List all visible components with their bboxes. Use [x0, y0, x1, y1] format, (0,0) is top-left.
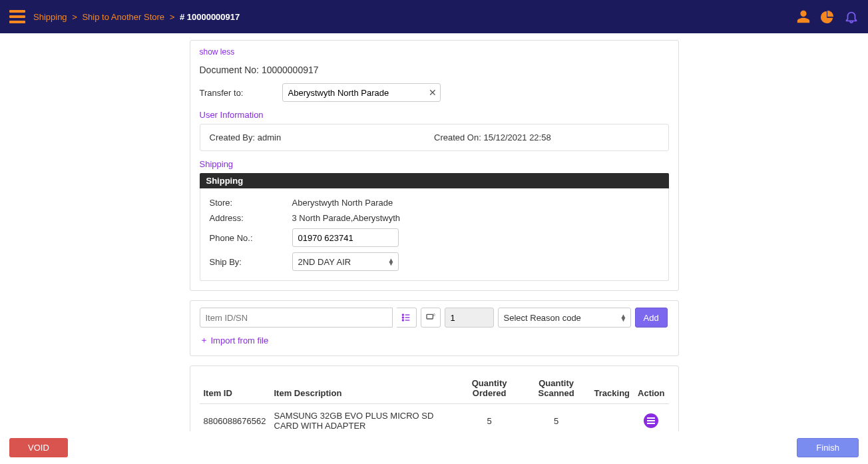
browse-items-button[interactable]	[397, 308, 417, 328]
svg-point-4	[402, 320, 403, 321]
user-info-panel: Created By: admin Created On: 15/12/2021…	[200, 124, 669, 151]
list-icon	[401, 312, 411, 323]
void-button[interactable]: VOID	[9, 438, 68, 457]
chart-pie-icon[interactable]	[820, 9, 835, 24]
transfer-to-label: Transfer to:	[200, 88, 282, 98]
column-tracking: Tracking	[590, 373, 634, 404]
menu-icon[interactable]	[9, 10, 25, 23]
column-qty-scanned: Quantity Scanned	[523, 373, 590, 404]
toggle-show-less[interactable]: show less	[200, 47, 669, 57]
document-number: Document No: 10000000917	[200, 65, 669, 75]
shipping-panel: Store: Aberystwyth North Parade Address:…	[200, 188, 669, 281]
breadcrumb: Shipping > Ship to Another Store > # 100…	[33, 12, 240, 22]
user-info-title[interactable]: User Information	[200, 110, 669, 120]
ship-by-label: Ship By:	[210, 257, 292, 267]
transfer-card: show less Document No: 10000000917 Trans…	[190, 40, 679, 291]
chevron-updown-icon: ▲▼	[388, 258, 395, 265]
svg-rect-6	[427, 314, 433, 319]
plus-icon: ＋	[200, 334, 208, 346]
add-item-card: 0 Select Reason code ▲▼ Add ＋ Import fro…	[190, 300, 679, 356]
quantity-input[interactable]	[445, 308, 494, 328]
app-header: Shipping > Ship to Another Store > # 100…	[0, 0, 868, 33]
barcode-icon[interactable]: 0	[421, 308, 441, 328]
address-label: Address:	[210, 213, 292, 223]
clear-transfer-icon[interactable]: ✕	[429, 87, 437, 98]
add-button[interactable]: Add	[635, 308, 668, 328]
breadcrumb-ship-to-store[interactable]: Ship to Another Store	[82, 12, 164, 22]
phone-input[interactable]	[292, 228, 399, 247]
import-from-file-link[interactable]: ＋ Import from file	[200, 334, 269, 346]
user-icon[interactable]	[796, 9, 811, 24]
created-by-label: Created By:	[210, 132, 256, 142]
item-id-input[interactable]	[200, 308, 393, 328]
row-action-menu[interactable]	[644, 413, 658, 428]
address-value: 3 North Parade,Aberystwyth	[292, 213, 401, 223]
ship-by-select[interactable]: 2ND DAY AIR	[292, 252, 399, 271]
column-item-id: Item ID	[200, 373, 270, 404]
transfer-to-input[interactable]	[282, 83, 441, 102]
phone-label: Phone No.:	[210, 233, 292, 243]
column-qty-ordered: Quantity Ordered	[457, 373, 523, 404]
bell-icon[interactable]	[844, 9, 859, 24]
footer: VOID Finish	[0, 431, 868, 464]
shipping-panel-header: Shipping	[200, 173, 669, 188]
reason-select[interactable]: Select Reason code	[498, 308, 631, 328]
created-by-value: admin	[258, 132, 281, 142]
column-action: Action	[634, 373, 668, 404]
created-on-label: Created On:	[434, 132, 481, 142]
column-item-description: Item Description	[270, 373, 457, 404]
breadcrumb-shipping[interactable]: Shipping	[33, 12, 67, 22]
svg-point-0	[402, 314, 403, 316]
chevron-updown-icon: ▲▼	[620, 314, 627, 321]
breadcrumb-current: # 10000000917	[180, 12, 240, 22]
store-label: Store:	[210, 198, 292, 208]
svg-text:0: 0	[433, 314, 435, 317]
shipping-title[interactable]: Shipping	[200, 159, 669, 169]
finish-button[interactable]: Finish	[797, 438, 859, 457]
store-value: Aberystwyth North Parade	[292, 198, 393, 208]
svg-point-2	[402, 317, 403, 318]
created-on-value: 15/12/2021 22:58	[483, 132, 550, 142]
